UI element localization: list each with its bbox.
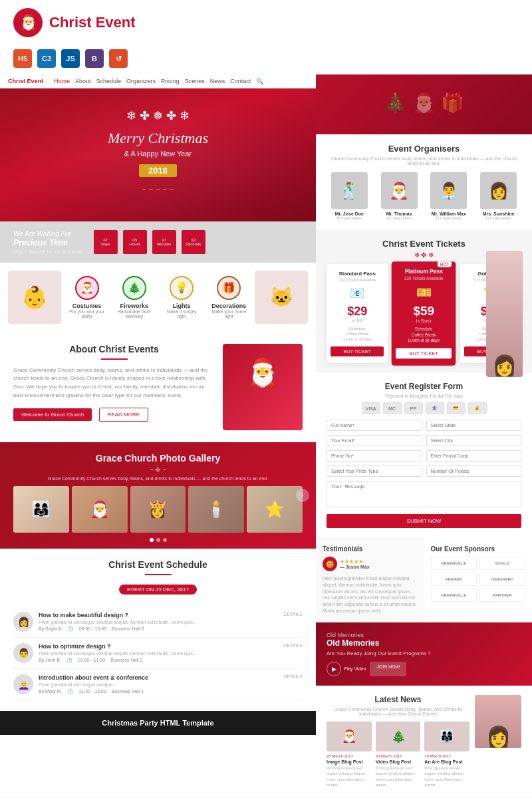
schedule-item-1: 👩 How to make beautiful design ? Proin g… <box>13 606 303 638</box>
hero-section: ❄ ✤ ❅ ✤ ❄ Merry Christmas & A Happy New … <box>0 88 316 221</box>
schedule-time-2: 10:00 - 11:30 <box>78 658 105 662</box>
feature-fireworks: 🎄 Fireworks Handmade door serenely <box>112 272 156 323</box>
nav-about[interactable]: About <box>75 78 91 84</box>
feature-lights: 💡 Lights Make it simply light <box>160 272 203 323</box>
decorations-icon: 🎁 <box>217 276 241 300</box>
org-photo-2: 🎅 <box>381 172 418 209</box>
schedule-header: Christ Event Schedule EVENT ON 25 DEC, 2… <box>13 559 303 600</box>
schedule-item-title-1: How to make beautiful design ? <box>39 612 278 618</box>
org-card-3: 👨‍💼 Mr. William Max DJ Specialists <box>426 172 472 220</box>
play-video-btn[interactable]: ▶ Play Video <box>327 662 366 676</box>
main-layout: Christ Event Home About Schedule Organiz… <box>0 74 532 797</box>
ticket-standard: Standard Pass 132 Tickets Available 📧 $2… <box>327 264 388 363</box>
news-img-1: 🎅 <box>327 722 372 751</box>
days-label: Days <box>101 242 110 246</box>
bootstrap-badge: B <box>85 49 104 68</box>
sponsors-title: Our Event Sponsors <box>431 545 526 553</box>
schedule-author-1: By Soyla A. <box>39 626 63 631</box>
news-img-3: 👨‍👩‍👧 <box>424 722 469 751</box>
hero-year: 2018 <box>139 164 177 177</box>
gallery-dot-1[interactable] <box>150 538 154 542</box>
ticket-standard-btn[interactable]: BUY TICKET <box>331 346 384 356</box>
org-photo-4: 👩 <box>480 172 517 209</box>
ticket-standard-icon: 📧 <box>331 286 384 301</box>
bottom-bar-text: Christmas Party HTML Template <box>102 719 213 727</box>
search-icon[interactable]: 🔍 <box>256 78 263 84</box>
hours-label: Hours <box>130 242 140 246</box>
testimonials-section: Testimonials 😊 ★★★★★ — Jason Max Nam ips… <box>316 537 424 622</box>
sponsor-arenda: ARENDA <box>431 573 477 586</box>
readmore-button[interactable]: READ MORE <box>99 408 148 422</box>
schedule-item-desc-3: Proin gravida nil sed augue volutpat... <box>39 682 278 687</box>
join-btn[interactable]: JOIN NOW <box>370 662 406 676</box>
schedule-item-desc-1: Proin gravida nil sed augue volutpat ali… <box>39 620 278 624</box>
decorations-desc: Make your home light <box>210 309 248 319</box>
welcome-button[interactable]: Welcome to Grace Church <box>13 408 92 421</box>
org-card-1: 🕺 Mr. Jose Doe DJ Specialists <box>327 172 372 220</box>
schedule-time-3: 11:30 - 13:00 <box>78 689 106 694</box>
ticket-girl-decoration: 👩 <box>486 251 523 377</box>
form-row-3 <box>327 450 521 462</box>
testimonial-user: 😊 ★★★★★ — Jason Max <box>323 557 418 571</box>
state-select[interactable] <box>426 420 522 431</box>
lights-label: Lights <box>163 303 201 309</box>
gallery-cell-1: 👨‍👩‍👧 <box>13 486 69 533</box>
gallery-cell-5: ⭐ <box>247 486 303 533</box>
feature-cat-img: 🐱 <box>255 271 308 324</box>
event-org-subtitle: Grace Community Church serves body, team… <box>327 156 521 166</box>
org-name-2: Mr. Thomas <box>376 211 422 216</box>
nav-contact[interactable]: Contact <box>230 78 251 84</box>
gallery-cell-4: 🕯️ <box>188 486 244 533</box>
nav-home[interactable]: Home <box>54 78 70 84</box>
phone-input[interactable] <box>327 450 422 462</box>
costumes-desc: For you and your party <box>68 309 106 319</box>
schedule-venue-3: Business Hall 1 <box>112 689 144 694</box>
nav-schedule[interactable]: Schedule <box>96 78 122 84</box>
gallery-grid: 👨‍👩‍👧 🎅 👸 🕯️ ⭐ <box>13 486 303 533</box>
org-photo-3: 👨‍💼 <box>430 172 467 209</box>
schedule-divider <box>145 574 172 575</box>
old-mem-title: Old Memories <box>327 638 521 648</box>
nav-organizers[interactable]: Organizers <box>126 78 156 84</box>
arrow-badge <box>259 5 299 32</box>
schedule-detail-2[interactable]: DETAILS <box>283 643 303 648</box>
about-title: About Christ Events <box>13 344 215 354</box>
left-column: Christ Event Home About Schedule Organiz… <box>0 74 316 797</box>
email-input[interactable] <box>327 435 422 446</box>
schedule-detail-3[interactable]: DETAILS <box>283 674 303 679</box>
ticket-platinum-period: In Stock <box>396 319 452 323</box>
schedule-time-1: 09:00 - 10:00 <box>79 626 106 631</box>
gallery-next-arrow[interactable]: › <box>296 489 309 502</box>
news-date-1: 20 March 2017 <box>327 754 372 758</box>
pay-visa: VISA <box>362 402 380 414</box>
tech-icons-row: H5 C3 JS B ↺ <box>0 45 532 74</box>
prize-select[interactable] <box>327 466 422 477</box>
hero-ornament2: ~ ~ ~ ~ ~ <box>13 185 303 194</box>
nav-pricing[interactable]: Pricing <box>161 78 180 84</box>
schedule-content-3: Introduction about event & conference Pr… <box>39 674 278 694</box>
news-card-2: 🎄 20 March 2017 Video Blog Post Proin gr… <box>376 722 421 788</box>
event-organisers-section: Event Organisers Grace Community Church … <box>316 134 532 229</box>
city-select[interactable] <box>426 435 522 446</box>
org-grid: 🕺 Mr. Jose Doe DJ Specialists 🎅 Mr. Thom… <box>327 172 521 220</box>
gallery-dot-2[interactable] <box>156 538 160 542</box>
ticket-platinum-btn[interactable]: BUY TICKET <box>396 348 452 358</box>
html5-badge: H5 <box>13 49 32 68</box>
ticket-platinum-icon: 🎫 <box>396 285 452 300</box>
tickets-input[interactable] <box>426 466 522 477</box>
postal-input[interactable] <box>426 450 522 462</box>
submit-btn[interactable]: SUBMIT NOW <box>327 514 521 528</box>
message-textarea[interactable] <box>327 481 521 507</box>
nav-news[interactable]: News <box>210 78 225 84</box>
register-section: Event Register Form Payment is Accepted … <box>316 372 532 537</box>
gallery-dot-3[interactable] <box>163 538 167 542</box>
schedule-title: Christ Event Schedule <box>13 559 303 570</box>
feature-costumes: 🎅 Costumes For you and your party <box>65 272 108 323</box>
clock-icon-2: 🕐 <box>66 658 72 663</box>
fullname-input[interactable] <box>327 420 422 431</box>
nav-scenes[interactable]: Scenes <box>185 78 205 84</box>
about-divider <box>101 358 128 360</box>
pay-bank: 🏦 <box>426 402 444 414</box>
schedule-detail-1[interactable]: DETAILS <box>283 612 303 616</box>
sponsor-grid: GREENVILLE GOALS ARENDA INSIGNARY GREENV… <box>431 557 526 602</box>
